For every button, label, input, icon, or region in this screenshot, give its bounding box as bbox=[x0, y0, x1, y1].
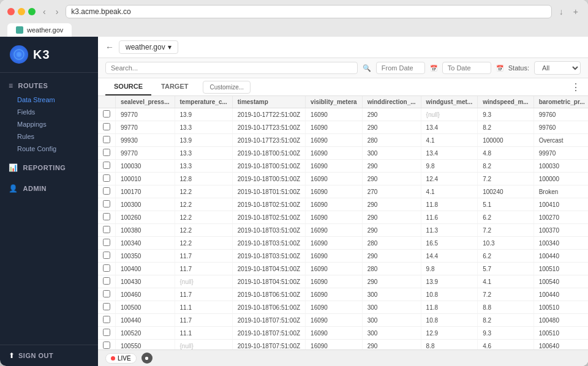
table-cell: 100240 bbox=[478, 185, 533, 198]
row-checkbox[interactable] bbox=[103, 200, 110, 207]
table-cell: 2019-10-18T06:51:00Z bbox=[232, 301, 305, 314]
table-cell: 4.1 bbox=[421, 134, 478, 147]
table-cell: 12.2 bbox=[175, 211, 232, 224]
record-button[interactable]: ⏺ bbox=[141, 353, 153, 364]
table-body: 9977013.92019-10-17T22:51:00Z16090290{nu… bbox=[98, 108, 588, 350]
col-header-checkbox bbox=[98, 96, 116, 108]
sign-out-label: SIGN OUT bbox=[18, 352, 53, 359]
col-header-visibility[interactable]: visiblity_metera bbox=[306, 96, 363, 108]
table-cell: 290 bbox=[362, 211, 421, 224]
table-row: 9993013.92019-10-17T23:51:00Z160902804.1… bbox=[98, 134, 588, 147]
search-icon: 🔍 bbox=[363, 64, 371, 72]
table-cell: 6.2 bbox=[478, 250, 533, 263]
from-date-input[interactable] bbox=[376, 62, 425, 74]
row-checkbox[interactable] bbox=[103, 303, 110, 310]
table-cell: 100550 bbox=[116, 340, 175, 350]
close-button[interactable] bbox=[7, 8, 15, 15]
row-checkbox[interactable] bbox=[103, 174, 110, 182]
table-cell: 100440 bbox=[116, 314, 175, 327]
tab-source[interactable]: SOURCE bbox=[105, 78, 151, 95]
browser-tabs: weather.gov bbox=[7, 23, 581, 37]
table-cell: 100030 bbox=[533, 160, 588, 173]
sign-out-button[interactable]: ⬆ SIGN OUT bbox=[0, 345, 98, 366]
row-checkbox[interactable] bbox=[103, 213, 110, 220]
row-checkbox[interactable] bbox=[103, 239, 110, 246]
status-select[interactable]: All Active Inactive bbox=[534, 61, 581, 75]
sidebar-routes-header[interactable]: ≡ ROUTES bbox=[0, 78, 98, 94]
table-cell: 10.3 bbox=[478, 237, 533, 250]
row-checkbox[interactable] bbox=[103, 110, 110, 118]
address-bar[interactable]: k3.acme.bpeak.co bbox=[66, 5, 551, 18]
row-checkbox[interactable] bbox=[103, 264, 110, 272]
col-header-timestamp[interactable]: timestamp bbox=[232, 96, 305, 108]
source-badge: weather.gov ▾ bbox=[119, 40, 178, 54]
table-cell: 99970 bbox=[533, 147, 588, 160]
row-checkbox[interactable] bbox=[103, 123, 110, 130]
table-cell: 100500 bbox=[116, 301, 175, 314]
back-button[interactable]: ← bbox=[105, 42, 114, 52]
row-checkbox[interactable] bbox=[103, 342, 110, 349]
col-header-windspeed[interactable]: windspeed_m... bbox=[478, 96, 533, 108]
col-header-winddirection[interactable]: winddirection_... bbox=[362, 96, 421, 108]
sidebar-item-rules[interactable]: Rules bbox=[0, 130, 98, 143]
table-cell: 100000 bbox=[478, 134, 533, 147]
table-cell: 5.7 bbox=[478, 263, 533, 275]
row-checkbox[interactable] bbox=[103, 329, 110, 336]
sidebar-item-data-stream[interactable]: Data Stream bbox=[0, 94, 98, 106]
forward-button[interactable]: › bbox=[53, 6, 61, 18]
tab-target[interactable]: TARGET bbox=[153, 78, 197, 95]
sidebar-item-mappings[interactable]: Mappings bbox=[0, 118, 98, 130]
table-cell: 16090 bbox=[306, 173, 363, 185]
sidebar-item-route-config[interactable]: Route Config bbox=[0, 143, 98, 155]
sidebar-reporting-header[interactable]: 📊 REPORTING bbox=[0, 160, 98, 176]
table-cell: 11.7 bbox=[175, 263, 232, 275]
sidebar-admin-header[interactable]: 👤 ADMIN bbox=[0, 181, 98, 196]
table-cell: 99770 bbox=[116, 147, 175, 160]
table-cell: 2019-10-18T04:51:00Z bbox=[232, 263, 305, 275]
col-header-barometric[interactable]: barometric_pr... bbox=[533, 96, 588, 108]
table-cell: {null} bbox=[421, 108, 478, 121]
customize-button[interactable]: Customize... bbox=[203, 81, 251, 94]
row-checkbox[interactable] bbox=[103, 226, 110, 233]
table-cell: 290 bbox=[362, 224, 421, 237]
browser-tab-active[interactable]: weather.gov bbox=[7, 23, 72, 37]
table-cell: 290 bbox=[362, 275, 421, 288]
row-checkbox[interactable] bbox=[103, 136, 110, 143]
sidebar-item-fields[interactable]: Fields bbox=[0, 106, 98, 118]
search-input[interactable] bbox=[105, 62, 358, 74]
row-checkbox[interactable] bbox=[103, 277, 110, 285]
row-checkbox[interactable] bbox=[103, 162, 110, 169]
table-cell: 280 bbox=[362, 134, 421, 147]
row-checkbox[interactable] bbox=[103, 290, 110, 297]
row-checkbox[interactable] bbox=[103, 252, 110, 259]
row-checkbox[interactable] bbox=[103, 187, 110, 195]
kebab-menu-button[interactable]: ⋮ bbox=[571, 81, 581, 93]
col-header-temperature[interactable]: temperature_c... bbox=[175, 96, 232, 108]
download-button[interactable]: ↓ bbox=[557, 6, 566, 18]
col-header-sealevel[interactable]: sealevel_press... bbox=[116, 96, 175, 108]
new-tab-button[interactable]: + bbox=[571, 6, 581, 18]
table-cell: 16090 bbox=[306, 275, 363, 288]
row-checkbox[interactable] bbox=[103, 316, 110, 323]
table-cell: 13.4 bbox=[421, 121, 478, 134]
table-cell: 11.7 bbox=[175, 250, 232, 263]
back-button[interactable]: ‹ bbox=[40, 6, 48, 18]
traffic-lights bbox=[7, 8, 36, 15]
table-row: 10040011.72019-10-18T04:51:00Z160902809.… bbox=[98, 263, 588, 275]
table-cell: 2019-10-18T06:51:00Z bbox=[232, 288, 305, 301]
row-checkbox[interactable] bbox=[103, 149, 110, 156]
source-dropdown-icon[interactable]: ▾ bbox=[168, 43, 172, 51]
live-indicator bbox=[111, 356, 115, 360]
table-cell: 100170 bbox=[116, 185, 175, 198]
maximize-button[interactable] bbox=[28, 8, 36, 15]
to-date-input[interactable] bbox=[442, 62, 491, 74]
live-badge: LIVE bbox=[105, 353, 137, 364]
table-cell: 16090 bbox=[306, 198, 363, 211]
table-cell: 290 bbox=[362, 250, 421, 263]
table-cell: 100440 bbox=[533, 250, 588, 263]
table-cell: 16090 bbox=[306, 121, 363, 134]
table-cell: 6.2 bbox=[478, 211, 533, 224]
data-table-wrap[interactable]: sealevel_press... temperature_c... times… bbox=[98, 96, 588, 349]
col-header-windgust[interactable]: windgust_met... bbox=[421, 96, 478, 108]
minimize-button[interactable] bbox=[18, 8, 25, 15]
